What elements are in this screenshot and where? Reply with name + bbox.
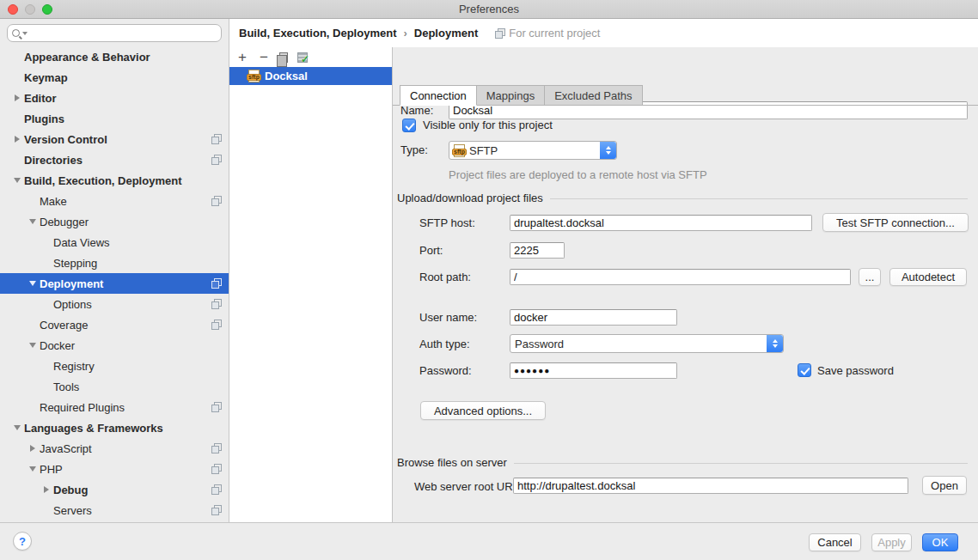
deployment-tabs: Connection Mappings Excluded Paths xyxy=(400,85,643,106)
settings-search-input[interactable] xyxy=(7,24,222,42)
tab-mappings[interactable]: Mappings xyxy=(477,85,545,106)
sidebar-item-editor[interactable]: Editor xyxy=(0,88,229,108)
settings-tree: Appearance & Behavior Keymap Editor Plug… xyxy=(0,46,229,520)
name-label: Name: xyxy=(400,104,433,118)
search-icon xyxy=(12,29,20,37)
server-name: Docksal xyxy=(265,70,308,82)
use-as-default-button[interactable] xyxy=(297,52,308,63)
sidebar-item-registry[interactable]: Registry xyxy=(0,356,229,376)
window-title: Preferences xyxy=(0,3,978,15)
auth-type-select[interactable]: Password xyxy=(510,334,784,353)
sidebar-item-plugins[interactable]: Plugins xyxy=(0,108,229,129)
current-project-icon xyxy=(211,402,221,411)
sftp-file-icon: sftp xyxy=(454,144,465,157)
type-value: SFTP xyxy=(469,144,498,157)
sidebar-item-languages-frameworks[interactable]: Languages & Frameworks xyxy=(0,417,229,438)
server-list-toolbar: + − xyxy=(229,47,392,67)
current-project-icon xyxy=(211,484,221,494)
current-project-icon xyxy=(211,505,221,514)
for-current-project-badge: For current project xyxy=(495,27,600,40)
dropdown-stepper-icon[interactable] xyxy=(600,142,616,159)
collapsed-arrow-icon[interactable] xyxy=(30,445,35,452)
open-url-button[interactable]: Open xyxy=(922,476,967,495)
sidebar-item-coverage[interactable]: Coverage xyxy=(0,314,229,335)
sidebar-item-debug[interactable]: Debug xyxy=(0,479,229,500)
ok-button[interactable]: OK xyxy=(922,533,958,551)
sidebar-item-directories[interactable]: Directories xyxy=(0,149,229,170)
expanded-arrow-icon[interactable] xyxy=(14,425,21,430)
password-input[interactable] xyxy=(510,362,677,379)
sidebar-item-javascript[interactable]: JavaScript xyxy=(0,438,229,459)
expanded-arrow-icon[interactable] xyxy=(29,343,36,348)
sidebar-item-php[interactable]: PHP xyxy=(0,459,229,479)
server-list-item-docksal[interactable]: sftp Docksal xyxy=(229,67,392,85)
auth-type-value: Password xyxy=(515,338,564,350)
sidebar-item-make[interactable]: Make xyxy=(0,191,229,211)
sidebar-item-servers[interactable]: Servers xyxy=(0,500,229,520)
search-options-caret-icon[interactable] xyxy=(22,32,28,35)
current-project-icon xyxy=(211,196,221,205)
sidebar-item-required-plugins[interactable]: Required Plugins xyxy=(0,397,229,417)
expanded-arrow-icon[interactable] xyxy=(29,466,36,472)
cancel-button[interactable]: Cancel xyxy=(809,533,861,551)
sidebar-item-docker[interactable]: Docker xyxy=(0,335,229,356)
sftp-host-label: SFTP host: xyxy=(419,216,475,230)
sidebar-item-data-views[interactable]: Data Views xyxy=(0,232,229,253)
autodetect-button[interactable]: Autodetect xyxy=(889,268,967,286)
sidebar-item-appearance-behavior[interactable]: Appearance & Behavior xyxy=(0,46,229,67)
web-root-input[interactable] xyxy=(513,478,908,494)
port-label: Port: xyxy=(419,244,443,258)
save-password-label: Save password xyxy=(817,364,894,378)
sftp-host-input[interactable] xyxy=(510,215,812,231)
sidebar-item-build-execution-deployment[interactable]: Build, Execution, Deployment xyxy=(0,170,229,191)
sidebar-item-keymap[interactable]: Keymap xyxy=(0,67,229,88)
expanded-arrow-icon[interactable] xyxy=(14,178,21,183)
type-label: Type: xyxy=(400,143,428,157)
type-note: Project files are deployed to a remote h… xyxy=(449,168,707,181)
sidebar-item-version-control[interactable]: Version Control xyxy=(0,129,229,149)
deployment-form-panel: Name: Connection Mappings Excluded Paths… xyxy=(393,47,978,522)
current-project-icon xyxy=(495,28,504,38)
server-list-panel: + − sftp Docksal xyxy=(229,47,393,522)
visible-only-label: Visible only for this project xyxy=(423,119,553,132)
copy-server-button[interactable] xyxy=(279,52,288,63)
save-password-checkbox[interactable] xyxy=(798,363,811,377)
expanded-arrow-icon[interactable] xyxy=(29,281,36,286)
current-project-icon xyxy=(211,443,221,453)
help-button[interactable]: ? xyxy=(13,532,32,551)
expanded-arrow-icon[interactable] xyxy=(29,219,36,224)
sidebar-item-options[interactable]: Options xyxy=(0,294,229,314)
collapsed-arrow-icon[interactable] xyxy=(44,486,49,493)
sidebar-item-deployment[interactable]: Deployment xyxy=(0,273,229,294)
apply-button[interactable]: Apply xyxy=(871,533,912,551)
breadcrumb-deployment[interactable]: Deployment xyxy=(414,27,478,40)
test-sftp-connection-button[interactable]: Test SFTP connection... xyxy=(822,213,969,232)
auth-type-label: Auth type: xyxy=(419,338,470,351)
type-select[interactable]: sftp SFTP xyxy=(449,141,617,160)
tab-excluded-paths[interactable]: Excluded Paths xyxy=(545,85,642,106)
collapsed-arrow-icon[interactable] xyxy=(15,136,20,143)
tab-connection[interactable]: Connection xyxy=(400,85,477,106)
current-project-icon xyxy=(211,278,221,288)
user-name-input[interactable] xyxy=(510,309,677,326)
port-input[interactable] xyxy=(510,242,565,259)
collapsed-arrow-icon[interactable] xyxy=(15,94,20,101)
browse-root-path-button[interactable]: ... xyxy=(859,268,881,286)
dropdown-stepper-icon[interactable] xyxy=(767,335,783,352)
visible-only-checkbox[interactable] xyxy=(402,119,416,132)
section-upload-download: Upload/download project files xyxy=(397,191,968,204)
sidebar-item-tools[interactable]: Tools xyxy=(0,376,229,397)
password-label: Password: xyxy=(419,364,472,378)
current-project-icon xyxy=(211,464,221,473)
root-path-input[interactable] xyxy=(510,269,851,285)
remove-server-button[interactable]: − xyxy=(258,50,270,64)
current-project-icon xyxy=(211,299,221,308)
sidebar-item-debugger[interactable]: Debugger xyxy=(0,211,229,232)
add-server-button[interactable]: + xyxy=(236,50,248,64)
advanced-options-button[interactable]: Advanced options... xyxy=(420,401,546,420)
web-root-label: Web server root URL: xyxy=(414,480,522,494)
sidebar-item-stepping[interactable]: Stepping xyxy=(0,253,229,273)
sftp-file-icon: sftp xyxy=(248,70,260,82)
current-project-icon xyxy=(211,320,221,329)
breadcrumb-build-execution-deployment[interactable]: Build, Execution, Deployment xyxy=(239,27,396,40)
